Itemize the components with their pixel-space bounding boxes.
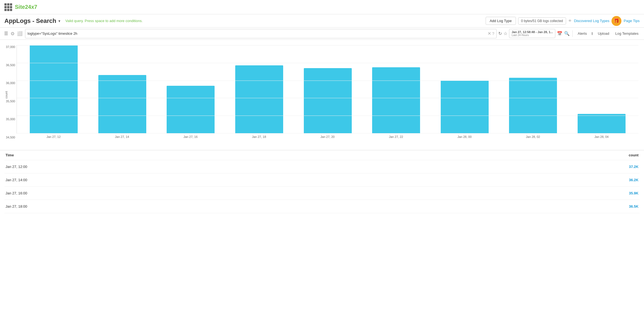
x-label-3: Jan 27, 18 <box>225 133 293 138</box>
search-input-wrapper: ✕ ? <box>25 29 497 38</box>
y-label-5: 34,500 <box>1 136 15 139</box>
bar-2[interactable] <box>167 86 215 133</box>
row-3-count[interactable]: 36.5K <box>629 204 638 208</box>
search-clear-icon[interactable]: ✕ <box>488 31 491 36</box>
discovered-log-types-link[interactable]: Discovered Log Types <box>574 19 609 23</box>
row-2-time: Jan 27, 16:00 <box>6 191 27 195</box>
bar-group-0 <box>20 45 88 133</box>
chart-bars-area <box>17 45 638 133</box>
datetime-range-picker[interactable]: Jan 27, 12:58:48 - Jan 28, 1... Last 24 … <box>509 29 555 38</box>
vertical-divider <box>572 30 573 37</box>
y-label-3: 35,500 <box>1 100 15 103</box>
logo-text: Site24x7 <box>15 4 37 10</box>
x-label-1: Jan 27, 14 <box>88 133 156 138</box>
bar-4[interactable] <box>304 68 352 133</box>
page-tips-icon-button[interactable]: 🎁 <box>611 16 621 26</box>
search-help-icon[interactable]: ? <box>492 31 494 36</box>
refresh-button[interactable]: ↻ <box>498 31 502 36</box>
list-view-button[interactable]: ☰ <box>3 30 9 37</box>
x-label-5: Jan 27, 22 <box>362 133 430 138</box>
bar-group-3 <box>225 45 294 133</box>
valid-query-text: Valid query. Press space to add more con… <box>65 19 143 23</box>
row-2-count[interactable]: 35.9K <box>629 191 638 195</box>
logo-area: Site24x7 <box>4 3 37 11</box>
eye-icon: 👁 <box>568 19 572 23</box>
bar-group-4 <box>293 45 362 133</box>
x-axis-labels: Jan 27, 12 Jan 27, 14 Jan 27, 16 Jan 27,… <box>17 133 638 138</box>
bar-3[interactable] <box>235 65 283 133</box>
search-left-icons: ☰ ⊙ ⬜ <box>3 30 23 37</box>
chart-container: count 37,000 36,500 36,000 35,500 35,000… <box>0 40 644 150</box>
log-templates-button[interactable]: Log Templates <box>613 30 641 37</box>
favorite-button[interactable]: ☆ <box>504 31 507 36</box>
toolbar-row: AppLogs - Search ▾ Valid query. Press sp… <box>0 14 644 28</box>
row-1-time: Jan 27, 14:00 <box>6 178 27 182</box>
table-row: Jan 27, 18:00 36.5K <box>4 200 640 213</box>
bar-group-5 <box>362 45 431 133</box>
row-3-time: Jan 27, 18:00 <box>6 204 27 208</box>
title-dropdown-arrow[interactable]: ▾ <box>58 19 60 23</box>
bar-group-6 <box>430 45 499 133</box>
x-label-2: Jan 27, 16 <box>156 133 225 138</box>
table-row: Jan 27, 12:00 37.2K <box>4 160 640 173</box>
col-time-header: Time <box>6 153 14 157</box>
x-label-0: Jan 27, 12 <box>19 133 88 138</box>
upload-button[interactable]: Upload <box>596 30 611 37</box>
results-table: Time count Jan 27, 12:00 37.2K Jan 27, 1… <box>0 150 644 213</box>
table-row: Jan 27, 16:00 35.9K <box>4 187 640 200</box>
bar-group-2 <box>156 45 225 133</box>
bar-8[interactable] <box>578 114 626 133</box>
datetime-range-sub: Last 24 Hours <box>512 34 529 37</box>
page-tips-gift-icon: 🎁 <box>614 18 619 23</box>
bar-7[interactable] <box>509 78 557 133</box>
bar-group-7 <box>499 45 567 133</box>
y-label-0: 37,000 <box>1 45 15 49</box>
x-label-4: Jan 27, 20 <box>293 133 362 138</box>
x-label-7: Jan 28, 02 <box>499 133 567 138</box>
page-tips-label[interactable]: Page Tips <box>624 19 640 23</box>
bar-5[interactable] <box>372 67 420 133</box>
y-label-4: 35,000 <box>1 117 15 121</box>
row-0-count[interactable]: 37.2K <box>629 165 638 169</box>
upload-icon: ⬆ <box>591 31 594 36</box>
grid-icon[interactable] <box>4 3 12 11</box>
bar-group-8 <box>567 45 636 133</box>
copy-button[interactable]: ⬜ <box>16 30 23 37</box>
col-count-header: count <box>629 153 638 157</box>
logs-collected-badge: 0 bytes/51 GB logs collected <box>518 17 566 25</box>
alerts-button[interactable]: Alerts <box>575 30 589 37</box>
bar-6[interactable] <box>441 81 489 133</box>
add-log-type-button[interactable]: Add Log Type <box>486 17 516 25</box>
y-axis-labels: 37,000 36,500 36,000 35,500 35,000 34,50… <box>1 45 15 139</box>
page-title: AppLogs - Search <box>4 17 56 25</box>
search-right-icons: ↻ ☆ Jan 27, 12:58:48 - Jan 28, 1... Last… <box>498 29 641 38</box>
calendar-button[interactable]: 📅 <box>557 31 562 36</box>
bar-0[interactable] <box>30 45 78 133</box>
search-row: ☰ ⊙ ⬜ ✕ ? ↻ ☆ Jan 27, 12:58:48 - Jan 28,… <box>0 28 644 40</box>
y-label-1: 36,500 <box>1 63 15 67</box>
bar-group-1 <box>88 45 157 133</box>
y-label-2: 36,000 <box>1 81 15 85</box>
table-row: Jan 27, 14:00 36.2K <box>4 173 640 187</box>
x-label-6: Jan 28, 00 <box>430 133 499 138</box>
chart-view-button[interactable]: ⊙ <box>10 30 15 37</box>
search-icon-button[interactable]: 🔍 <box>564 31 570 36</box>
top-bar: Site24x7 <box>0 0 644 14</box>
row-0-time: Jan 27, 12:00 <box>6 165 27 169</box>
x-label-8: Jan 28, 04 <box>567 133 636 138</box>
row-1-count[interactable]: 36.2K <box>629 178 638 182</box>
datetime-range-top: Jan 27, 12:58:48 - Jan 28, 1... <box>512 30 553 34</box>
bar-1[interactable] <box>98 75 146 133</box>
search-input[interactable] <box>28 31 488 36</box>
table-header-row: Time count <box>4 150 640 160</box>
